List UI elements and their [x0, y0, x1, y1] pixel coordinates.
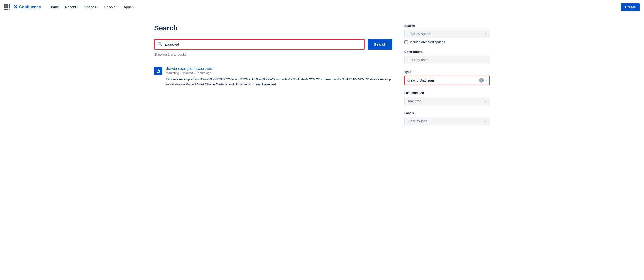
- include-archived-label[interactable]: Include archived spaces: [404, 40, 490, 44]
- nav-apps-chevron: ▾: [133, 6, 134, 8]
- include-archived-checkbox[interactable]: [404, 40, 408, 44]
- sidebar-labels-title: Labels: [404, 111, 490, 115]
- include-archived-text: Include archived spaces: [410, 40, 445, 44]
- confluence-logo-icon: ✕: [13, 4, 18, 10]
- sidebar-section-type: Type draw.io Diagrams ▾: [404, 70, 490, 85]
- nav-spaces-chevron: ▾: [97, 6, 98, 8]
- nav-recent-chevron: ▾: [77, 6, 78, 8]
- navbar: ✕ Confluence Home Recent ▾ Spaces ▾ Peop…: [0, 0, 644, 14]
- filter-by-label-dropdown[interactable]: Filter by label ▾: [404, 117, 490, 125]
- type-filter-chevron: ▾: [485, 79, 487, 82]
- page-title: Search: [154, 24, 392, 32]
- result-excerpt: 22drawio-example-flow.drawio%22%2C%22ver…: [166, 77, 392, 87]
- result-doc-icon: [154, 67, 162, 75]
- nav-items: Home Recent ▾ Spaces ▾ People ▾ Apps ▾: [47, 4, 621, 11]
- result-title-link[interactable]: drawio-example-flow.drawio: [166, 66, 212, 71]
- sidebar: Spaces Filter by space ▾ Include archive…: [404, 24, 490, 131]
- filter-by-space-chevron: ▾: [485, 32, 487, 36]
- confluence-logo[interactable]: ✕ Confluence: [13, 4, 41, 10]
- create-button[interactable]: Create: [621, 3, 640, 11]
- type-filter-dropdown[interactable]: draw.io Diagrams ▾: [404, 76, 490, 85]
- last-modified-chevron: ▾: [485, 100, 487, 103]
- nav-home-label: Home: [49, 5, 59, 9]
- results-info: Showing 1 of 1 results: [154, 53, 392, 56]
- nav-apps-label: Apps: [124, 5, 132, 9]
- svg-rect-1: [157, 72, 159, 72]
- result-body: drawio-example-flow.drawio Marketing · U…: [166, 66, 392, 87]
- filter-by-label-chevron: ▾: [485, 120, 487, 123]
- sidebar-type-title: Type: [404, 70, 490, 74]
- sidebar-contributors-title: Contributors: [404, 50, 490, 54]
- filter-by-label-placeholder: Filter by label: [408, 119, 428, 123]
- main-content: Search 🔍 Search Showing 1 of 1 results d…: [154, 24, 392, 131]
- filter-by-space-dropdown[interactable]: Filter by space ▾: [404, 30, 490, 38]
- nav-home[interactable]: Home: [47, 4, 61, 11]
- last-modified-dropdown[interactable]: Any time ▾: [404, 97, 490, 105]
- sidebar-last-modified-title: Last modified: [404, 91, 490, 95]
- result-item: drawio-example-flow.drawio Marketing · U…: [154, 62, 392, 91]
- close-icon: [480, 79, 483, 82]
- result-excerpt-before: 22drawio-example-flow.drawio%22%2C%22ver…: [166, 77, 392, 86]
- nav-people[interactable]: People ▾: [102, 4, 120, 11]
- nav-recent-label: Recent: [65, 5, 76, 9]
- search-bar-container: 🔍 Search: [154, 39, 392, 50]
- sidebar-section-last-modified: Last modified Any time ▾: [404, 91, 490, 105]
- filter-by-user-input[interactable]: [404, 56, 490, 64]
- search-button[interactable]: Search: [368, 39, 392, 50]
- nav-recent[interactable]: Recent ▾: [62, 4, 81, 11]
- nav-people-chevron: ▾: [116, 6, 118, 8]
- grid-menu-icon[interactable]: [4, 4, 10, 10]
- sidebar-spaces-title: Spaces: [404, 24, 490, 28]
- nav-spaces-label: Spaces: [84, 5, 96, 9]
- search-input-wrapper: 🔍: [154, 39, 365, 50]
- sidebar-section-labels: Labels Filter by label ▾: [404, 111, 490, 125]
- result-meta: Marketing · Updated 21 hours ago: [166, 71, 392, 75]
- confluence-logo-text: Confluence: [19, 5, 41, 9]
- type-filter-clear-btn: ▾: [479, 78, 487, 83]
- svg-rect-0: [157, 71, 159, 71]
- sidebar-section-contributors: Contributors: [404, 50, 490, 64]
- type-filter-value: draw.io Diagrams: [407, 78, 435, 82]
- nav-apps[interactable]: Apps ▾: [121, 4, 136, 11]
- search-input[interactable]: [165, 40, 361, 49]
- last-modified-value: Any time: [408, 99, 421, 103]
- nav-people-label: People: [104, 5, 116, 9]
- type-filter-clear-icon[interactable]: [479, 78, 484, 83]
- sidebar-section-spaces: Spaces Filter by space ▾ Include archive…: [404, 24, 490, 44]
- nav-spaces[interactable]: Spaces ▾: [82, 4, 101, 11]
- result-excerpt-bold: Approval: [261, 82, 276, 86]
- page-layout: Search 🔍 Search Showing 1 of 1 results d…: [146, 14, 498, 142]
- document-icon: [156, 69, 160, 73]
- search-icon: 🔍: [158, 42, 163, 47]
- filter-by-space-label: Filter by space: [408, 32, 431, 36]
